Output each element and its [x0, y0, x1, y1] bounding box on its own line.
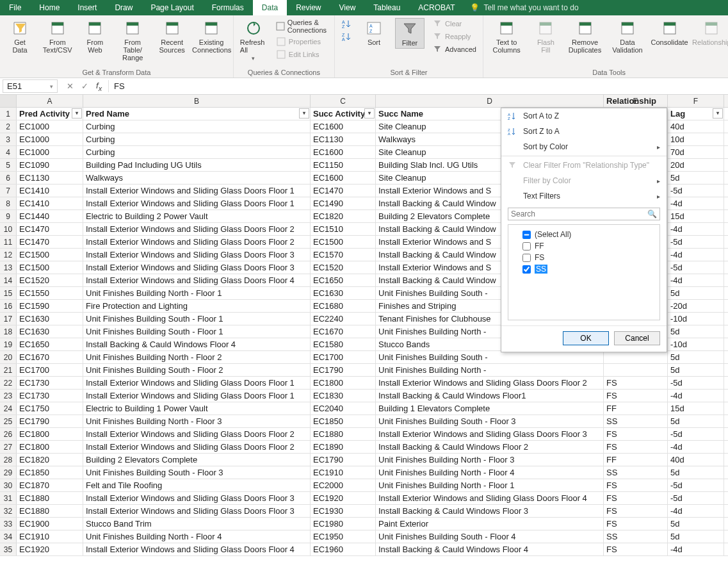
- cell[interactable]: Install Exterior Windows and Sliding Gla…: [83, 197, 311, 209]
- cell[interactable]: EC1820: [17, 454, 83, 466]
- cell[interactable]: EC1130: [311, 133, 376, 145]
- cell[interactable]: Walkways: [83, 172, 311, 184]
- cell[interactable]: Unit Finishes Building North - Floor 2: [83, 351, 311, 363]
- fx-icon[interactable]: fx: [96, 81, 102, 92]
- row-header[interactable]: 22: [0, 377, 17, 389]
- cell[interactable]: EC2040: [311, 402, 376, 415]
- cell[interactable]: EC1880: [311, 428, 376, 440]
- cell[interactable]: Install Exterior Windows and Sliding Gla…: [83, 236, 311, 248]
- cell[interactable]: EC1980: [311, 518, 376, 530]
- tab-review[interactable]: Review: [287, 0, 330, 15]
- cell[interactable]: Fire Protection and Lighting: [83, 300, 311, 312]
- filter-checkbox[interactable]: [522, 254, 531, 262]
- cell[interactable]: 5d: [668, 530, 724, 543]
- cell[interactable]: -5d: [668, 377, 724, 389]
- cell[interactable]: EC1000: [17, 120, 83, 133]
- cell[interactable]: EC1670: [17, 351, 83, 363]
- cell[interactable]: Stucco Band Trim: [83, 518, 311, 530]
- cell[interactable]: -10d: [668, 338, 724, 350]
- cell[interactable]: Building Pad Including UG Utils: [83, 159, 311, 171]
- tab-formulas[interactable]: Formulas: [203, 0, 253, 15]
- cell[interactable]: EC1700: [17, 364, 83, 376]
- cell[interactable]: EC1900: [17, 518, 83, 530]
- cell[interactable]: FS: [604, 505, 668, 517]
- cell[interactable]: EC1700: [311, 351, 376, 363]
- cell[interactable]: Install Exterior Windows and Sliding Gla…: [83, 441, 311, 453]
- col-header[interactable]: C: [311, 95, 376, 107]
- remove-duplicatesbutton[interactable]: Remove Duplicates: [567, 18, 603, 55]
- row-header[interactable]: 33: [0, 518, 17, 530]
- col-header[interactable]: D: [376, 95, 604, 107]
- cell[interactable]: EC1880: [17, 505, 83, 517]
- cell[interactable]: 40d: [668, 454, 724, 466]
- cell[interactable]: EC1410: [17, 185, 83, 197]
- cell[interactable]: EC1910: [17, 530, 83, 543]
- cell[interactable]: EC1410: [17, 197, 83, 209]
- tab-draw[interactable]: Draw: [106, 0, 142, 15]
- cell[interactable]: EC1910: [311, 466, 376, 479]
- row-header[interactable]: 15: [0, 287, 17, 299]
- cell[interactable]: FS: [604, 441, 668, 453]
- cell[interactable]: EC1850: [311, 415, 376, 427]
- cell[interactable]: FS: [604, 479, 668, 491]
- cell[interactable]: Unit Finishes Building South -: [376, 351, 604, 363]
- cell[interactable]: Curbing: [83, 146, 311, 158]
- cell[interactable]: Unit Finishes Building North - Floor 3: [83, 415, 311, 427]
- cell[interactable]: Install Exterior Windows and Sliding Gla…: [83, 505, 311, 517]
- sort-az-button[interactable]: AZ: [340, 18, 353, 29]
- row-header[interactable]: 32: [0, 505, 17, 517]
- cell[interactable]: -5d: [668, 261, 724, 274]
- cell[interactable]: EC1670: [311, 325, 376, 338]
- tab-view[interactable]: View: [330, 0, 365, 15]
- cell[interactable]: 5d: [668, 287, 724, 299]
- cell[interactable]: EC1600: [311, 172, 376, 184]
- select-all-corner[interactable]: [0, 95, 17, 107]
- ok-button[interactable]: OK: [563, 331, 609, 345]
- cell[interactable]: EC1520: [17, 274, 83, 286]
- row-header[interactable]: 29: [0, 466, 17, 479]
- filter-dropdown-icon[interactable]: ▾: [713, 108, 723, 119]
- hdr-pred-name[interactable]: Pred Name▾: [83, 108, 311, 120]
- cell[interactable]: Unit Finishes Building North - Floor 1: [376, 479, 604, 491]
- cell[interactable]: -5d: [668, 479, 724, 491]
- filter-dropdown-icon[interactable]: ▾: [299, 108, 309, 119]
- cell[interactable]: EC1800: [17, 428, 83, 440]
- cell[interactable]: Unit Finishes Building North - Floor 4: [376, 466, 604, 479]
- cell[interactable]: -5d: [668, 185, 724, 197]
- cell[interactable]: EC1790: [311, 364, 376, 376]
- cell[interactable]: Unit Finishes Building North -: [376, 364, 604, 376]
- cell[interactable]: -5d: [668, 428, 724, 440]
- cell[interactable]: EC2000: [311, 479, 376, 491]
- tab-home[interactable]: Home: [30, 0, 69, 15]
- cell[interactable]: FS: [604, 492, 668, 504]
- cell[interactable]: 70d: [668, 146, 724, 158]
- tell-me[interactable]: 💡Tell me what you want to do: [464, 3, 585, 12]
- cell[interactable]: Unit Finishes Building South - Floor 1: [83, 313, 311, 325]
- cell[interactable]: -10d: [668, 313, 724, 325]
- cell[interactable]: -20d: [668, 300, 724, 312]
- cell[interactable]: Unit Finishes Building North - Floor 1: [83, 287, 311, 299]
- col-header[interactable]: B: [83, 95, 311, 107]
- row-header[interactable]: 28: [0, 454, 17, 466]
- cell[interactable]: FS: [604, 518, 668, 530]
- cell[interactable]: EC1820: [311, 210, 376, 222]
- text-to-columnsbutton[interactable]: Text to Columns: [489, 18, 524, 55]
- filter-checkbox[interactable]: [522, 265, 531, 274]
- cell[interactable]: Install Exterior Windows and Sliding Gla…: [83, 249, 311, 261]
- cell[interactable]: -4d: [668, 505, 724, 517]
- cell[interactable]: -4d: [668, 249, 724, 261]
- row-header[interactable]: 24: [0, 402, 17, 415]
- cell[interactable]: SS: [604, 530, 668, 543]
- cell[interactable]: -4d: [668, 441, 724, 453]
- cell[interactable]: EC1920: [311, 492, 376, 504]
- cell[interactable]: Building 1 Elevators Complete: [376, 402, 604, 415]
- filter-button[interactable]: Filter: [395, 18, 425, 49]
- col-header[interactable]: F: [668, 95, 724, 107]
- cell[interactable]: 5d: [668, 351, 724, 363]
- from-webbutton[interactable]: From Web: [80, 18, 109, 55]
- refresh-all-button[interactable]: Refresh All ▾: [239, 18, 268, 63]
- filter-option[interactable]: FF: [511, 240, 657, 252]
- cell[interactable]: EC1880: [17, 492, 83, 504]
- filter-dropdown-icon[interactable]: ▾: [364, 108, 375, 119]
- cell[interactable]: 5d: [668, 415, 724, 427]
